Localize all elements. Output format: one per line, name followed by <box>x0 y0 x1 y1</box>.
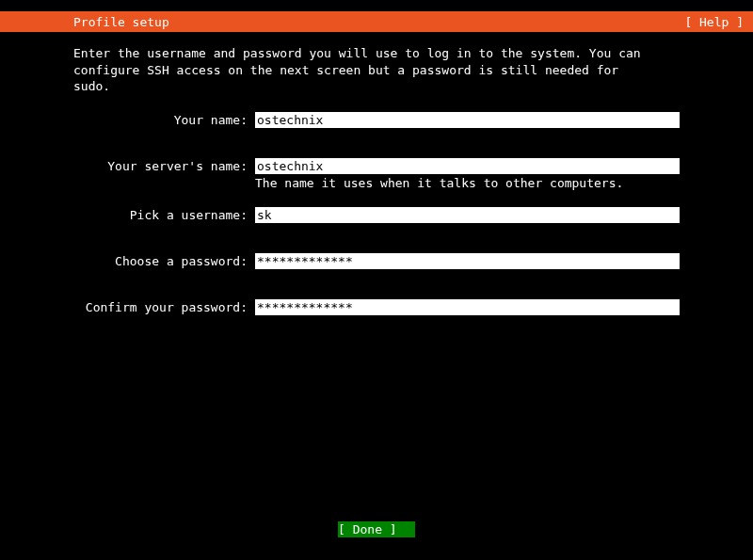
form-row-confirm-password: Confirm your password: ************* <box>73 299 680 315</box>
password-field-wrap: ************* <box>255 253 680 269</box>
confirm-password-input[interactable]: ************* <box>255 299 680 315</box>
username-label: Pick a username: <box>73 207 255 223</box>
instructions-text: Enter the username and password you will… <box>73 45 680 95</box>
confirm-password-field-wrap: ************* <box>255 299 680 315</box>
page-title: Profile setup <box>73 15 169 29</box>
username-field-wrap: sk <box>255 207 680 223</box>
done-button[interactable]: [ Done ] <box>338 521 415 537</box>
form-row-password: Choose a password: ************* <box>73 253 680 269</box>
your-name-field-wrap: ostechnix <box>255 112 680 128</box>
footer: [ Done ] <box>0 521 753 537</box>
confirm-password-label: Confirm your password: <box>73 299 255 315</box>
form-row-server-name: Your server's name: ostechnix The name i… <box>73 158 680 190</box>
server-name-input[interactable]: ostechnix <box>255 158 680 174</box>
username-input[interactable]: sk <box>255 207 680 223</box>
your-name-input[interactable]: ostechnix <box>255 112 680 128</box>
server-name-hint: The name it uses when it talks to other … <box>255 176 680 190</box>
password-input[interactable]: ************* <box>255 253 680 269</box>
server-name-label: Your server's name: <box>73 158 255 174</box>
spacer <box>73 194 680 207</box>
header-bar: Profile setup [ Help ] <box>0 11 753 32</box>
password-label: Choose a password: <box>73 253 255 269</box>
your-name-label: Your name: <box>73 112 255 128</box>
help-button[interactable]: [ Help ] <box>684 15 744 29</box>
form-row-username: Pick a username: sk <box>73 207 680 223</box>
server-name-field-wrap: ostechnix The name it uses when it talks… <box>255 158 680 190</box>
form-row-your-name: Your name: ostechnix <box>73 112 680 128</box>
main-content: Enter the username and password you will… <box>0 32 753 315</box>
